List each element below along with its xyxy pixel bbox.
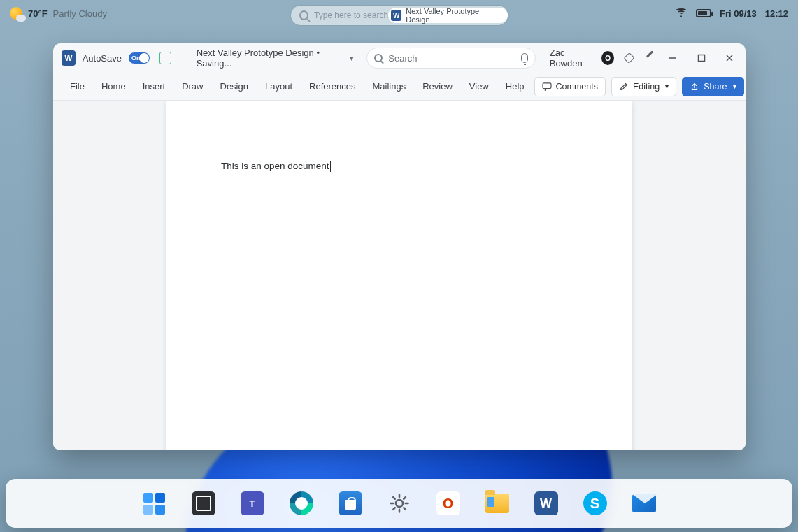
tab-review[interactable]: Review: [415, 77, 459, 96]
document-body-text: This is an open document: [221, 161, 329, 171]
word-search-placeholder: Search: [388, 53, 417, 64]
chevron-down-icon: ▾: [733, 82, 736, 90]
system-search-placeholder: Type here to search: [314, 10, 388, 20]
autosave-toggle[interactable]: On: [129, 52, 150, 64]
tab-view[interactable]: View: [462, 77, 496, 96]
taskbar-skype[interactable]: S: [583, 491, 607, 515]
diamond-icon[interactable]: [623, 52, 634, 64]
tab-references[interactable]: References: [302, 77, 362, 96]
share-icon: [690, 82, 699, 91]
comments-label: Comments: [556, 82, 598, 92]
weather-description: Partly Cloudy: [53, 8, 107, 19]
user-avatar[interactable]: O: [601, 51, 614, 65]
system-search-suggestion-chip[interactable]: W Next Valley Prototype Design: [388, 8, 507, 23]
svg-rect-1: [698, 55, 704, 62]
svg-rect-4: [543, 82, 551, 88]
comments-button[interactable]: Comments: [534, 77, 606, 96]
tab-help[interactable]: Help: [499, 77, 532, 96]
pencil-icon: [619, 82, 629, 91]
document-canvas[interactable]: This is an open document: [53, 101, 746, 450]
document-page[interactable]: This is an open document: [166, 101, 632, 450]
tab-home[interactable]: Home: [94, 77, 133, 96]
autosave-label: AutoSave: [83, 53, 122, 64]
taskbar: T O W S: [6, 479, 792, 528]
tab-insert[interactable]: Insert: [136, 77, 173, 96]
document-title[interactable]: Next Valley Prototype Design • Saving...: [197, 48, 341, 69]
ribbon-tabs: File Home Insert Draw Design Layout Refe…: [53, 73, 746, 101]
share-label: Share: [704, 82, 727, 92]
pen-icon[interactable]: [644, 52, 655, 64]
chevron-down-icon[interactable]: ▾: [350, 54, 354, 63]
svg-point-5: [396, 500, 403, 507]
tab-design[interactable]: Design: [213, 77, 255, 96]
taskbar-edge[interactable]: [290, 491, 313, 515]
close-button[interactable]: [719, 48, 740, 69]
save-icon[interactable]: [159, 52, 171, 64]
weather-widget[interactable]: 70°F Partly Cloudy: [10, 7, 107, 20]
comment-icon: [542, 82, 552, 91]
taskbar-store[interactable]: [339, 491, 362, 515]
tab-draw[interactable]: Draw: [175, 77, 210, 96]
editing-label: Editing: [633, 82, 660, 92]
tab-file[interactable]: File: [63, 77, 92, 96]
weather-icon: [10, 7, 22, 20]
microphone-icon[interactable]: [521, 53, 528, 63]
wifi-icon[interactable]: [675, 8, 687, 18]
tab-mailings[interactable]: Mailings: [366, 77, 413, 96]
taskbar-word[interactable]: W: [534, 491, 558, 515]
taskbar-teams[interactable]: T: [241, 491, 264, 515]
editing-mode-button[interactable]: Editing ▾: [611, 77, 676, 96]
search-icon: [299, 10, 309, 20]
weather-temperature: 70°F: [28, 8, 48, 19]
battery-icon[interactable]: [696, 9, 711, 17]
taskbar-mail[interactable]: [632, 491, 656, 515]
chevron-down-icon: ▾: [665, 82, 669, 90]
tab-layout[interactable]: Layout: [258, 77, 299, 96]
system-search-chip-label: Next Valley Prototype Design: [406, 7, 500, 24]
word-search-bar[interactable]: Search: [366, 48, 535, 69]
system-top-bar: 70°F Partly Cloudy Type here to search W…: [0, 0, 798, 27]
word-window: W AutoSave On Next Valley Prototype Desi…: [53, 43, 746, 450]
word-title-bar: W AutoSave On Next Valley Prototype Desi…: [53, 43, 746, 73]
system-search-bar[interactable]: Type here to search W Next Valley Protot…: [291, 6, 508, 25]
system-date[interactable]: Fri 09/13: [720, 8, 757, 19]
gear-icon: [389, 493, 410, 514]
taskbar-file-explorer[interactable]: [485, 491, 509, 515]
text-cursor: [330, 161, 331, 172]
taskbar-task-view[interactable]: [192, 491, 215, 515]
maximize-button[interactable]: [690, 48, 711, 69]
word-badge-icon: W: [391, 10, 401, 21]
search-icon: [374, 54, 383, 62]
system-time[interactable]: 12:12: [765, 8, 788, 19]
share-button[interactable]: Share ▾: [682, 77, 743, 96]
taskbar-office[interactable]: O: [436, 491, 460, 515]
taskbar-settings[interactable]: [387, 491, 411, 515]
minimize-button[interactable]: [662, 48, 683, 69]
taskbar-start[interactable]: [143, 491, 166, 515]
toggle-knob-icon: [139, 53, 149, 63]
user-name[interactable]: Zac Bowden: [550, 48, 594, 69]
word-app-icon: W: [62, 50, 76, 66]
